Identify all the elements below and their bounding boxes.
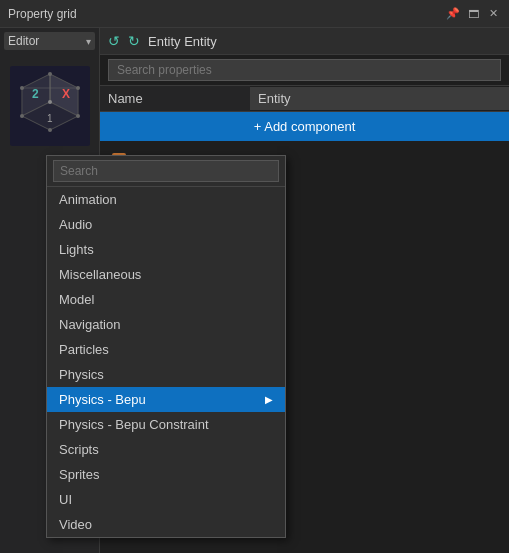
svg-point-16: [76, 114, 80, 118]
entity-header-title: Entity Entity: [148, 34, 217, 49]
add-component-button[interactable]: + Add component: [100, 112, 509, 141]
maximize-button[interactable]: 🗖: [465, 6, 481, 22]
dropdown-item-ui[interactable]: UI: [47, 487, 285, 512]
svg-point-17: [20, 114, 24, 118]
dropdown-item-miscellaneous[interactable]: Miscellaneous: [47, 262, 285, 287]
cube-icon: 2 X 1: [10, 66, 90, 146]
svg-text:X: X: [62, 87, 70, 101]
name-value-input[interactable]: [250, 87, 509, 110]
dropdown-item-physics-bepu[interactable]: Physics - Bepu ▶: [47, 387, 285, 412]
dropdown-item-model[interactable]: Model: [47, 287, 285, 312]
nav-back-icon[interactable]: ↺: [108, 33, 120, 49]
search-bar: [100, 55, 509, 86]
svg-text:2: 2: [32, 87, 39, 101]
title-bar-left: Property grid: [8, 7, 77, 21]
dropdown-item-physics-bepu-constraint[interactable]: Physics - Bepu Constraint: [47, 412, 285, 437]
svg-point-14: [20, 86, 24, 90]
title-bar-controls: 📌 🗖 ✕: [445, 6, 501, 22]
add-component-label: + Add component: [254, 119, 356, 134]
editor-dropdown-arrow[interactable]: ▾: [86, 36, 91, 47]
nav-forward-icon[interactable]: ↻: [128, 33, 140, 49]
svg-text:1: 1: [47, 113, 53, 124]
dropdown-item-particles[interactable]: Particles: [47, 337, 285, 362]
dropdown-search-container: [47, 156, 285, 187]
name-row: Name: [100, 86, 509, 112]
name-label: Name: [100, 86, 250, 111]
dropdown-item-video[interactable]: Video: [47, 512, 285, 537]
close-button[interactable]: ✕: [485, 6, 501, 22]
dropdown-item-physics[interactable]: Physics: [47, 362, 285, 387]
dropdown-item-scripts[interactable]: Scripts: [47, 437, 285, 462]
dropdown-item-animation[interactable]: Animation: [47, 187, 285, 212]
dropdown-item-sprites[interactable]: Sprites: [47, 462, 285, 487]
editor-label: Editor: [8, 34, 82, 48]
dropdown-item-lights[interactable]: Lights: [47, 237, 285, 262]
add-component-dropdown: Animation Audio Lights Miscellaneous Mod…: [46, 155, 286, 538]
pin-button[interactable]: 📌: [445, 6, 461, 22]
cube-container: 2 X 1: [10, 66, 90, 146]
title-bar: Property grid 📌 🗖 ✕: [0, 0, 509, 28]
svg-point-12: [48, 72, 52, 76]
title-bar-title: Property grid: [8, 7, 77, 21]
editor-header: Editor ▾: [4, 32, 95, 50]
submenu-arrow-icon: ▶: [265, 394, 273, 405]
dropdown-item-navigation[interactable]: Navigation: [47, 312, 285, 337]
dropdown-search-input[interactable]: [53, 160, 279, 182]
svg-point-18: [48, 128, 52, 132]
svg-point-15: [48, 100, 52, 104]
property-header: ↺ ↻ Entity Entity: [100, 28, 509, 55]
dropdown-item-audio[interactable]: Audio: [47, 212, 285, 237]
search-properties-input[interactable]: [108, 59, 501, 81]
svg-point-13: [76, 86, 80, 90]
